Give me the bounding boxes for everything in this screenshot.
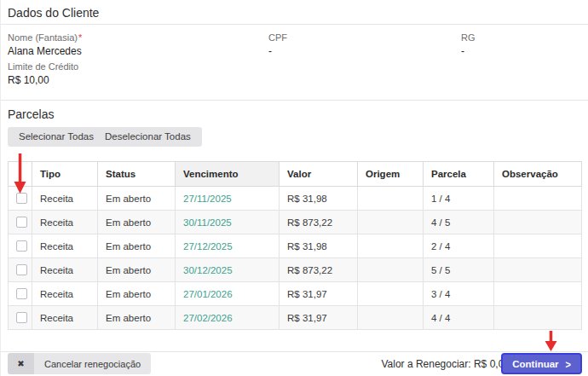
installments-table: Tipo Status Vencimento Valor Origem Parc… — [8, 161, 582, 330]
cell-tipo: Receita — [32, 258, 98, 282]
due-date-link[interactable]: 27/02/2026 — [183, 313, 233, 323]
annotation-arrow-continue-button — [544, 330, 558, 352]
credit-limit-field: Limite de Crédito R$ 10,00 — [8, 61, 78, 86]
row-checkbox[interactable] — [16, 312, 27, 323]
cancel-button-label: Cancelar renegociação — [34, 353, 151, 374]
cell-status: Em aberto — [98, 258, 176, 282]
table-row: Receita Em aberto 30/12/2025 R$ 873,22 5… — [9, 258, 582, 282]
cell-origem — [358, 258, 424, 282]
row-checkbox[interactable] — [16, 240, 27, 252]
select-column-header — [9, 162, 32, 187]
cell-tipo: Receita — [32, 187, 98, 211]
cell-observacao — [494, 258, 582, 282]
cell-status: Em aberto — [98, 211, 176, 234]
chevron-right-icon: > — [566, 358, 571, 370]
cell-status: Em aberto — [98, 234, 176, 258]
divider — [1, 351, 588, 352]
continue-button-label: Continuar — [512, 359, 558, 369]
cell-observacao — [494, 211, 582, 234]
continue-button[interactable]: Continuar > — [501, 353, 582, 374]
cell-origem — [358, 187, 424, 211]
column-header-status[interactable]: Status — [98, 162, 176, 187]
row-checkbox[interactable] — [16, 288, 27, 299]
client-cpf-value: - — [268, 45, 287, 57]
client-name-label: Nome (Fantasia) — [8, 32, 78, 43]
cell-origem — [358, 282, 424, 306]
cell-observacao — [494, 282, 582, 306]
cell-tipo: Receita — [32, 306, 98, 330]
renegotiation-page: Dados do Cliente Nome (Fantasia)* Alana … — [0, 0, 588, 376]
cancel-renegotiation-button[interactable]: ✖ Cancelar renegociação — [8, 353, 151, 374]
column-header-origem[interactable]: Origem — [358, 162, 424, 187]
cell-tipo: Receita — [32, 211, 98, 234]
cell-origem — [358, 234, 424, 258]
divider — [1, 24, 588, 25]
column-header-parcela[interactable]: Parcela — [424, 162, 494, 187]
table-row: Receita Em aberto 27/12/2025 R$ 31,98 2 … — [9, 234, 582, 258]
cell-origem — [358, 211, 424, 234]
cell-status: Em aberto — [98, 187, 176, 211]
client-name-field: Nome (Fantasia)* Alana Mercedes — [8, 32, 82, 57]
row-checkbox[interactable] — [16, 264, 27, 275]
due-date-link[interactable]: 30/11/2025 — [183, 217, 232, 228]
cell-valor: R$ 31,98 — [280, 234, 358, 258]
cell-parcela: 4 / 4 — [424, 306, 494, 330]
table-row: Receita Em aberto 30/11/2025 R$ 873,22 4… — [9, 211, 582, 234]
credit-limit-label: Limite de Crédito — [8, 61, 78, 72]
table-row: Receita Em aberto 27/01/2026 R$ 31,97 3 … — [9, 282, 582, 306]
cell-observacao — [494, 187, 582, 211]
installments-section-title: Parcelas — [8, 107, 54, 121]
due-date-link[interactable]: 27/01/2026 — [183, 289, 233, 299]
cell-valor: R$ 873,22 — [280, 211, 358, 234]
cell-parcela: 1 / 4 — [424, 187, 494, 211]
cell-observacao — [494, 234, 582, 258]
row-checkbox[interactable] — [16, 193, 27, 204]
cell-tipo: Receita — [32, 282, 98, 306]
cell-observacao — [494, 306, 582, 330]
column-header-vencimento[interactable]: Vencimento — [176, 162, 280, 187]
client-rg-label: RG — [461, 32, 476, 43]
due-date-link[interactable]: 27/11/2025 — [183, 194, 232, 204]
client-name-value: Alana Mercedes — [8, 45, 82, 57]
client-cpf-label: CPF — [268, 32, 287, 43]
client-section-title: Dados do Cliente — [8, 6, 99, 20]
column-header-observacao[interactable]: Observação — [494, 162, 582, 187]
deselect-all-button[interactable]: Deselecionar Todas — [94, 127, 202, 147]
select-all-button[interactable]: Selecionar Todas — [8, 127, 105, 147]
client-rg-value: - — [461, 45, 476, 57]
cell-status: Em aberto — [98, 306, 176, 330]
renegotiation-total-label: Valor a Renegociar: R$ 0,00 — [381, 358, 510, 370]
cell-parcela: 3 / 4 — [424, 282, 494, 306]
cell-tipo: Receita — [32, 234, 98, 258]
cell-parcela: 5 / 5 — [424, 258, 494, 282]
column-header-valor[interactable]: Valor — [280, 162, 358, 187]
cell-parcela: 4 / 5 — [424, 211, 494, 234]
cell-status: Em aberto — [98, 282, 176, 306]
table-row: Receita Em aberto 27/11/2025 R$ 31,98 1 … — [9, 187, 582, 211]
client-rg-field: RG - — [461, 32, 476, 57]
table-header-row: Tipo Status Vencimento Valor Origem Parc… — [9, 162, 582, 187]
due-date-link[interactable]: 30/12/2025 — [183, 265, 233, 275]
required-asterisk: * — [78, 32, 82, 43]
cell-valor: R$ 873,22 — [280, 258, 358, 282]
credit-limit-value: R$ 10,00 — [8, 74, 78, 86]
client-cpf-field: CPF - — [268, 32, 287, 57]
divider — [1, 100, 588, 101]
close-icon: ✖ — [8, 353, 34, 374]
row-checkbox[interactable] — [16, 217, 27, 228]
column-header-tipo[interactable]: Tipo — [32, 162, 98, 187]
cell-origem — [358, 306, 424, 330]
cell-valor: R$ 31,98 — [280, 187, 358, 211]
cell-valor: R$ 31,97 — [280, 282, 358, 306]
cell-valor: R$ 31,97 — [280, 306, 358, 330]
due-date-link[interactable]: 27/12/2025 — [183, 241, 233, 252]
table-row: Receita Em aberto 27/02/2026 R$ 31,97 4 … — [9, 306, 582, 330]
cell-parcela: 2 / 4 — [424, 234, 494, 258]
